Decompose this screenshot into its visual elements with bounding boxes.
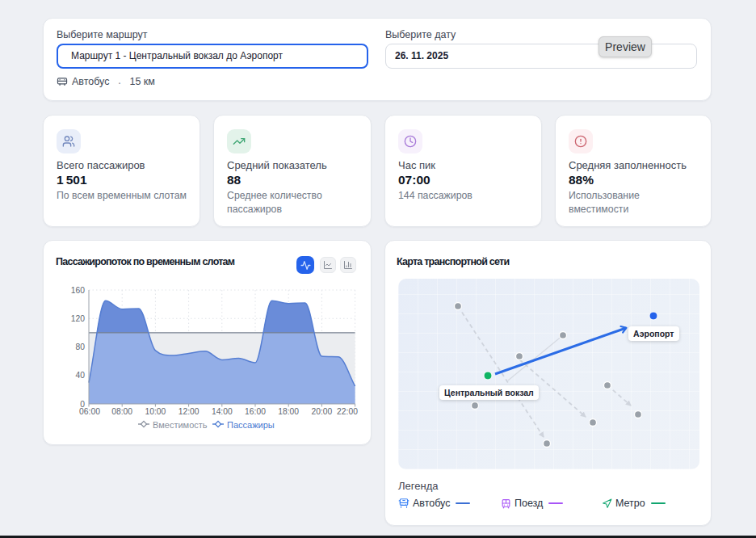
svg-text:06:00: 06:00 bbox=[79, 407, 100, 416]
svg-text:12:00: 12:00 bbox=[178, 407, 200, 416]
svg-text:08:00: 08:00 bbox=[111, 407, 132, 416]
svg-text:160: 160 bbox=[71, 286, 85, 295]
svg-text:22:00: 22:00 bbox=[337, 407, 358, 416]
svg-text:18:00: 18:00 bbox=[278, 407, 299, 416]
svg-text:20:00: 20:00 bbox=[312, 407, 333, 416]
svg-text:Вместимость: Вместимость bbox=[153, 420, 208, 430]
svg-text:80: 80 bbox=[76, 343, 86, 351]
svg-text:40: 40 bbox=[76, 371, 86, 380]
svg-text:16:00: 16:00 bbox=[245, 407, 266, 416]
svg-text:120: 120 bbox=[71, 314, 85, 323]
svg-text:14:00: 14:00 bbox=[212, 407, 233, 416]
svg-text:Пассажиры: Пассажиры bbox=[227, 420, 275, 430]
svg-text:10:00: 10:00 bbox=[145, 407, 166, 416]
